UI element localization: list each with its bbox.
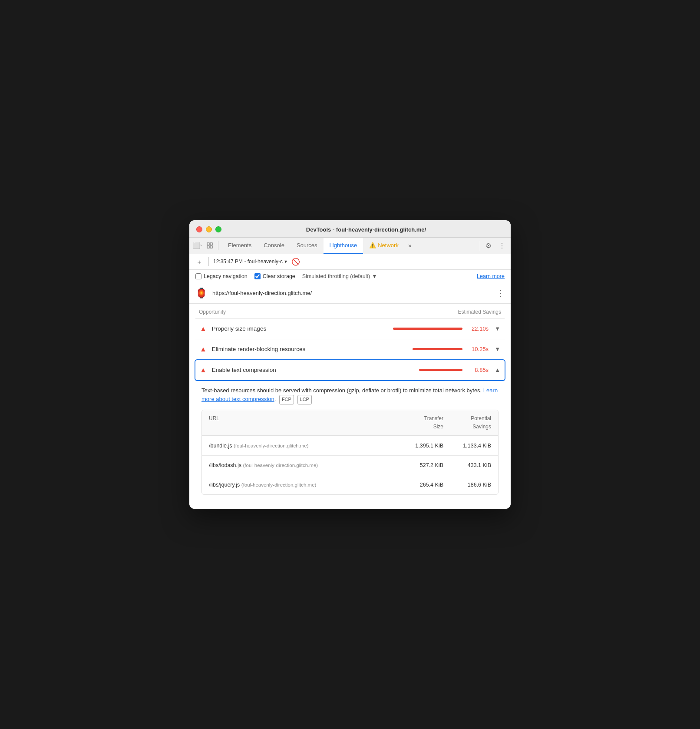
settings-icon[interactable]: ⚙ [484, 241, 493, 251]
opportunity-row-1[interactable]: ▲ Properly size images 22.10s ▼ [195, 318, 505, 339]
url-display: https://foul-heavenly-direction.glitch.m… [212, 290, 492, 296]
description-before: Text-based resources should be served wi… [201, 387, 483, 394]
row-1-url-path: /bundle.js [209, 443, 232, 449]
expanded-description: Text-based resources should be served wi… [195, 381, 505, 502]
tab-lighthouse[interactable]: Lighthouse [324, 238, 363, 254]
row-3-url: /libs/jquery.js (foul-heavenly-direction… [209, 480, 396, 489]
transfer-col-header: TransferSize [396, 414, 443, 431]
row-2-transfer: 527.2 KiB [396, 461, 443, 470]
chevron-down-icon-1: ▼ [495, 325, 500, 332]
savings-bar-3 [419, 369, 462, 371]
session-dropdown[interactable]: 12:35:47 PM - foul-heavenly-c ▾ [213, 258, 287, 265]
throttle-label: Simulated throttling (default) [302, 273, 370, 279]
tab-network[interactable]: ⚠️ Network [363, 238, 405, 254]
tab-elements[interactable]: Elements [222, 238, 258, 254]
estimated-savings-col-header: Estimated Savings [458, 309, 501, 315]
tab-sources[interactable]: Sources [291, 238, 324, 254]
chevron-up-icon-3: ▲ [495, 367, 500, 373]
learn-more-link[interactable]: Learn more [477, 273, 505, 279]
dropdown-arrow-icon: ▾ [284, 258, 287, 265]
row-2-url: /libs/lodash.js (foul-heavenly-direction… [209, 461, 396, 470]
clear-storage-checkbox[interactable] [254, 273, 261, 279]
add-button[interactable]: + [195, 257, 204, 266]
toolbar-separator [208, 257, 209, 266]
savings-bar-container-3: 8.85s ▲ [419, 367, 500, 373]
maximize-button[interactable] [215, 226, 221, 232]
devtools-window: DevTools - foul-heavenly-direction.glitc… [189, 220, 511, 509]
opportunity-row-2[interactable]: ▲ Eliminate render-blocking resources 10… [195, 339, 505, 359]
savings-time-3: 8.85s [467, 367, 489, 373]
devtools-tab-bar: ⬜ Elements Console Sources Lighthouse ⚠ [189, 238, 511, 254]
row-1-transfer: 1,395.1 KiB [396, 441, 443, 450]
column-headers: Opportunity Estimated Savings [195, 304, 505, 318]
warning-triangle-icon-2: ▲ [200, 345, 207, 353]
tab-icon-group: ⬜ [193, 241, 218, 250]
savings-time-1: 22.10s [467, 325, 489, 332]
fcp-badge: FCP [279, 395, 294, 404]
opportunity-label-3: Enable text compression [212, 367, 414, 373]
row-1-url: /bundle.js (foul-heavenly-direction.glit… [209, 441, 396, 450]
minimize-button[interactable] [206, 226, 212, 232]
toolbar-row: + 12:35:47 PM - foul-heavenly-c ▾ 🚫 [189, 254, 511, 270]
close-button[interactable] [196, 226, 202, 232]
clear-storage-checkbox-group[interactable]: Clear storage [254, 273, 295, 279]
clear-storage-label: Clear storage [263, 273, 295, 279]
resources-table: URL TransferSize PotentialSavings /bundl… [201, 410, 499, 495]
table-row: /libs/lodash.js (foul-heavenly-direction… [202, 455, 498, 475]
throttle-dropdown[interactable]: Simulated throttling (default) ▼ [302, 273, 377, 279]
devtools-settings-group: ⚙ ⋮ [480, 241, 507, 251]
svg-rect-0 [207, 243, 209, 245]
url-more-button[interactable]: ⋮ [497, 288, 505, 298]
main-content: Opportunity Estimated Savings ▲ Properly… [189, 304, 511, 509]
opportunity-row-3[interactable]: ▲ Enable text compression 8.85s ▲ [195, 359, 505, 381]
savings-bar-container-1: 22.10s ▼ [393, 325, 500, 332]
svg-rect-2 [207, 246, 209, 248]
window-title: DevTools - foul-heavenly-direction.glitc… [228, 226, 504, 233]
url-bar: 🏮 https://foul-heavenly-direction.glitch… [189, 283, 511, 304]
traffic-lights [196, 226, 221, 232]
opportunity-label-2: Eliminate render-blocking resources [212, 346, 407, 352]
tab-console[interactable]: Console [258, 238, 291, 254]
url-col-header: URL [209, 414, 396, 431]
throttle-arrow-icon: ▼ [372, 273, 377, 279]
no-entry-icon[interactable]: 🚫 [291, 258, 300, 266]
timestamp-label: 12:35:47 PM - foul-heavenly-c [213, 258, 283, 265]
layers-icon[interactable] [205, 241, 215, 250]
row-2-url-path: /libs/lodash.js [209, 462, 241, 468]
row-3-url-domain: (foul-heavenly-direction.glitch.me) [241, 482, 317, 487]
legacy-nav-checkbox[interactable] [195, 273, 201, 279]
table-header: URL TransferSize PotentialSavings [202, 410, 498, 436]
table-row: /libs/jquery.js (foul-heavenly-direction… [202, 475, 498, 494]
row-3-savings: 186.6 KiB [443, 480, 491, 489]
svg-rect-3 [210, 246, 212, 248]
row-1-url-domain: (foul-heavenly-direction.glitch.me) [234, 443, 309, 448]
more-options-icon[interactable]: ⋮ [497, 241, 507, 251]
legacy-nav-label: Legacy navigation [204, 273, 248, 279]
titlebar: DevTools - foul-heavenly-direction.glitc… [189, 220, 511, 238]
expanded-text: Text-based resources should be served wi… [201, 386, 499, 404]
row-3-transfer: 265.4 KiB [396, 480, 443, 489]
row-1-savings: 1,133.4 KiB [443, 441, 491, 450]
table-row: /bundle.js (foul-heavenly-direction.glit… [202, 436, 498, 455]
opportunity-label-1: Properly size images [212, 325, 388, 332]
row-3-url-path: /libs/jquery.js [209, 482, 240, 488]
warning-icon: ⚠️ [369, 242, 376, 249]
svg-rect-1 [210, 243, 212, 245]
lcp-badge: LCP [297, 395, 312, 404]
cursor-icon[interactable]: ⬜ [193, 241, 202, 250]
tabs-list: Elements Console Sources Lighthouse ⚠️ N… [222, 238, 480, 254]
savings-bar-container-2: 10.25s ▼ [413, 346, 500, 352]
row-2-url-domain: (foul-heavenly-direction.glitch.me) [243, 463, 318, 468]
savings-col-header: PotentialSavings [443, 414, 491, 431]
opportunity-col-header: Opportunity [199, 309, 226, 315]
options-row: Legacy navigation Clear storage Simulate… [189, 270, 511, 283]
more-tabs-button[interactable]: » [405, 242, 415, 249]
savings-time-2: 10.25s [467, 346, 489, 352]
description-after: . [274, 396, 276, 402]
legacy-nav-checkbox-group[interactable]: Legacy navigation [195, 273, 248, 279]
lighthouse-icon: 🏮 [195, 288, 207, 299]
savings-bar-2 [413, 348, 462, 350]
warning-triangle-icon-1: ▲ [200, 325, 207, 333]
savings-bar-1 [393, 328, 462, 330]
chevron-down-icon-2: ▼ [495, 346, 500, 352]
